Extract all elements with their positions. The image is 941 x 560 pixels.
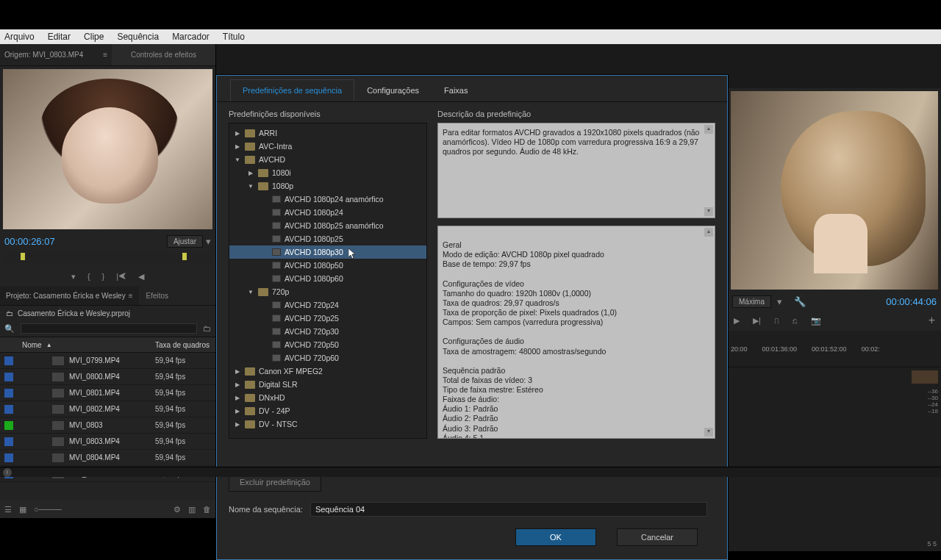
preset-item[interactable]: AVCHD 720p24 [229, 298, 426, 312]
scroll-up-icon[interactable]: ▴ [704, 125, 713, 134]
out-point-marker[interactable] [182, 253, 187, 260]
project-item-row[interactable]: MVI_0800.MP459,94 fps [0, 369, 215, 385]
preset-folder[interactable]: 720p [229, 285, 426, 298]
add-marker-icon[interactable]: ▾ [71, 272, 76, 281]
settings-wrench-icon[interactable]: 🔧 [794, 296, 806, 307]
label-color-swatch[interactable] [4, 405, 13, 414]
label-color-swatch[interactable] [4, 421, 13, 430]
list-view-icon[interactable]: ☰ [4, 505, 12, 514]
project-item-row[interactable]: MVI_0803.MP459,94 fps [0, 434, 215, 450]
zoom-slider[interactable]: ○──── [34, 505, 62, 514]
source-zoom-dropdown[interactable]: Ajustar [167, 235, 203, 248]
lift-icon[interactable]: ⎍ [774, 316, 779, 325]
project-tab[interactable]: Projeto: Casamento Éricka e Wesley [6, 292, 126, 300]
preset-folder[interactable]: Digital SLR [229, 378, 426, 391]
disclosure-arrow-icon[interactable] [234, 395, 241, 401]
menu-edit[interactable]: Editar [48, 32, 71, 42]
menu-title[interactable]: Título [223, 32, 245, 42]
go-to-in-icon[interactable]: |⮜ [116, 272, 126, 281]
preset-folder[interactable]: Canon XF MPEG2 [229, 365, 426, 378]
sequence-name-input[interactable] [310, 502, 707, 517]
preset-item[interactable]: AVCHD 1080p60 [229, 272, 426, 285]
project-item-row[interactable]: MVI_0799.MP459,94 fps [0, 353, 215, 369]
program-monitor-viewport[interactable] [731, 91, 938, 290]
preset-tree[interactable]: ARRIAVC-IntraAVCHD1080i1080pAVCHD 1080p2… [229, 123, 427, 439]
project-item-row[interactable]: MVI_0802.MP459,94 fps [0, 401, 215, 417]
preset-item[interactable]: AVCHD 720p50 [229, 338, 426, 351]
cancel-button[interactable]: Cancelar [617, 528, 698, 546]
preset-folder[interactable]: 1080i [229, 166, 426, 179]
disclosure-arrow-icon[interactable] [234, 157, 241, 163]
tab-settings[interactable]: Configurações [354, 79, 432, 101]
step-back-icon[interactable]: ◀ [138, 272, 144, 281]
tab-sequence-presets[interactable]: Predefinições de sequência [230, 79, 354, 101]
info-icon[interactable]: i [3, 468, 12, 477]
preset-item[interactable]: AVCHD 1080p24 [229, 206, 426, 219]
new-bin-icon[interactable]: 🗀 [203, 324, 211, 333]
menu-marker[interactable]: Marcador [172, 32, 210, 42]
preset-folder[interactable]: DV - NTSC [229, 417, 426, 431]
preset-item[interactable]: AVCHD 1080p50 [229, 259, 426, 272]
sort-asc-icon[interactable]: ▲ [46, 342, 52, 348]
mark-in-icon[interactable]: { [87, 272, 90, 281]
panel-menu-icon[interactable]: ≡ [129, 292, 133, 300]
project-search-input[interactable] [21, 323, 197, 334]
label-color-swatch[interactable] [4, 389, 13, 398]
label-color-swatch[interactable] [4, 453, 13, 462]
preset-item[interactable]: AVCHD 1080p24 anamórfico [229, 193, 426, 206]
label-color-swatch[interactable] [4, 437, 13, 446]
scroll-down-icon[interactable]: ▾ [704, 207, 713, 216]
disclosure-arrow-icon[interactable] [247, 170, 254, 176]
preset-item[interactable]: AVCHD 720p30 [229, 325, 426, 338]
menu-file[interactable]: Arquivo [4, 32, 35, 42]
source-timecode[interactable]: 00:00:26:07 [4, 236, 55, 247]
new-item-icon[interactable]: ▥ [188, 505, 196, 514]
ok-button[interactable]: OK [515, 528, 596, 546]
column-fps-header[interactable]: Taxa de quadros [155, 341, 210, 349]
source-monitor-viewport[interactable] [3, 69, 212, 229]
column-name-header[interactable]: Nome [22, 341, 42, 349]
timeline-ruler[interactable]: 20:00 00:01:36:00 00:01:52:00 00:02: [728, 331, 941, 367]
project-item-row[interactable]: MVI_080359,94 fps [0, 417, 215, 434]
scroll-up-icon[interactable]: ▴ [704, 228, 713, 237]
preset-item[interactable]: AVCHD 1080p25 anamórfico [229, 219, 426, 232]
disclosure-arrow-icon[interactable] [234, 408, 241, 414]
preset-item[interactable]: AVCHD 720p60 [229, 351, 426, 365]
preset-item[interactable]: AVCHD 1080p25 [229, 232, 426, 245]
search-icon[interactable]: 🔍 [4, 324, 15, 334]
disclosure-arrow-icon[interactable] [234, 368, 241, 375]
export-frame-icon[interactable]: 📷 [811, 316, 821, 326]
preset-folder[interactable]: AVC-Intra [229, 140, 426, 153]
in-point-marker[interactable] [21, 253, 25, 260]
panel-menu-icon[interactable]: ≡ [103, 51, 107, 59]
program-quality-dropdown[interactable]: Máxima [732, 295, 771, 308]
effects-tab[interactable]: Efeitos [146, 292, 169, 300]
scroll-down-icon[interactable]: ▾ [704, 428, 713, 437]
menu-clip[interactable]: Clipe [84, 32, 104, 42]
tab-tracks[interactable]: Faixas [432, 79, 480, 101]
source-tab-effect-controls[interactable]: Controles de efeitos [131, 51, 196, 59]
disclosure-arrow-icon[interactable] [234, 381, 241, 388]
preset-folder[interactable]: 1080p [229, 179, 426, 193]
source-tab-origin[interactable]: Origem: MVI_0803.MP4 [4, 51, 83, 59]
disclosure-arrow-icon[interactable] [247, 183, 254, 190]
mark-out-icon[interactable]: } [102, 272, 105, 281]
step-forward-icon[interactable]: ▶| [753, 316, 761, 326]
preset-folder[interactable]: ARRI [229, 126, 426, 140]
project-item-row[interactable]: MVI_0804.MP459,94 fps [0, 450, 215, 466]
preset-item[interactable]: AVCHD 720p25 [229, 312, 426, 325]
menu-sequence[interactable]: Sequência [117, 32, 159, 42]
extract-icon[interactable]: ⎌ [792, 316, 798, 325]
play-icon[interactable]: ▶ [734, 316, 740, 326]
icon-view-icon[interactable]: ▦ [19, 505, 26, 514]
label-color-swatch[interactable] [4, 373, 13, 381]
disclosure-arrow-icon[interactable] [234, 130, 241, 137]
program-timecode[interactable]: 00:00:44:06 [886, 296, 937, 307]
preset-item[interactable]: AVCHD 1080p30 [229, 245, 426, 259]
disclosure-arrow-icon[interactable] [234, 143, 241, 150]
find-icon[interactable]: ⚙ [173, 505, 181, 514]
preset-folder[interactable]: DV - 24P [229, 404, 426, 417]
preset-folder[interactable]: DNxHD [229, 391, 426, 404]
project-item-row[interactable]: MVI_0801.MP459,94 fps [0, 385, 215, 401]
source-timeline-scrubber[interactable] [4, 253, 211, 263]
